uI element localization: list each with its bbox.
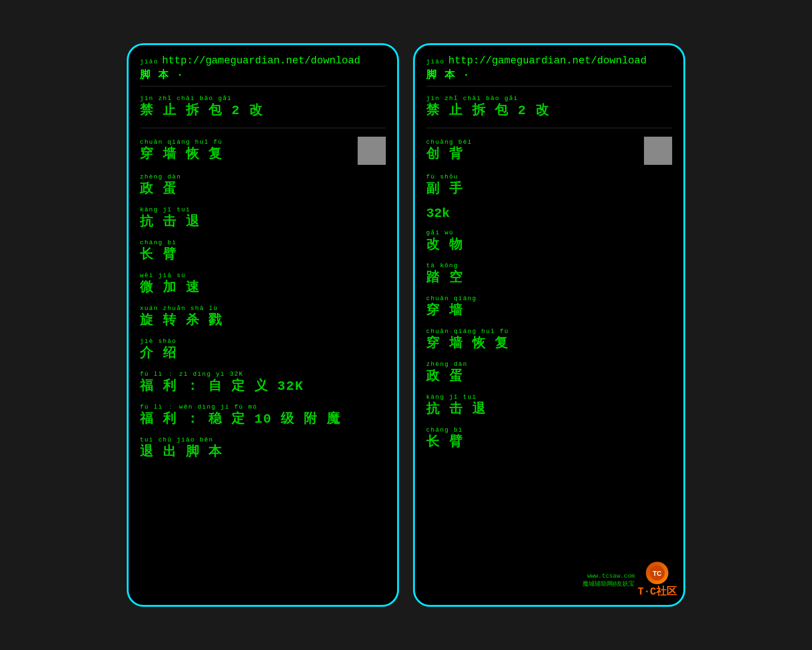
phone1-item-3: cháng bì 长 臂 (140, 239, 386, 263)
phone2-header-line2: 脚 本 · (426, 69, 672, 83)
phone1-header-line2: 脚 本 · (140, 69, 386, 83)
phone-2: jiāo http://gameguardian.net/download 脚 … (413, 43, 685, 607)
phone2-url: http://gameguardian.net/download (448, 54, 646, 68)
phone1-item-0: chuān qiáng huī fù 穿 墙 恢 复 (140, 137, 386, 165)
phone2-item-3: gǎi wù 改 物 (426, 229, 672, 254)
phone1-item-4-pinyin: wēi jiā sù (140, 272, 386, 279)
phone1-item-7-pinyin: fú lì ： zì dìng yì 32K (140, 371, 386, 378)
phone2-item-4: tà kōng 踏 空 (426, 262, 672, 286)
phone2-item-8-pinyin: kàng jī tuì (426, 394, 672, 401)
tc-watermark-badge: www.tcsaw.com 魔城辅助网@友妖宝 TC T·C社区 (582, 562, 677, 598)
phone2-item-1-chinese[interactable]: 副 手 (426, 181, 672, 198)
phone1-item-8-pinyin: fú lì ： wěn dìng jí fù mó (140, 403, 386, 411)
phone2-item-9-chinese[interactable]: 长 臂 (426, 434, 672, 451)
phone2-item-0-chinese: 创 背 (426, 146, 472, 163)
phone1-item-2: kàng jī tuì 抗 击 退 (140, 206, 386, 231)
phone2-item-2: 32k (426, 206, 672, 221)
phone2-title-section: jìn zhǐ chāi bāo gǎi 禁 止 拆 包 2 改 (426, 95, 672, 119)
phone1-item-3-chinese[interactable]: 长 臂 (140, 247, 386, 263)
phone2-title-pinyin: jìn zhǐ chāi bāo gǎi (426, 95, 672, 102)
phone2-item-6-chinese[interactable]: 穿 墙 恢 复 (426, 335, 672, 352)
phone2-item-8-chinese[interactable]: 抗 击 退 (426, 401, 672, 418)
phone2-header-pinyin-jiao: jiāo (426, 58, 444, 66)
phone2-item-0-pinyin: chuāng bèi (426, 139, 472, 146)
phone2-size-label: 32k (426, 206, 672, 221)
phone1-item-6-pinyin: jiè shào (140, 338, 386, 345)
phone1-item-5-pinyin: xuán zhuǎn shā lù (140, 305, 386, 312)
phone1-title-pinyin: jìn zhǐ chāi bāo gǎi (140, 95, 386, 102)
phone1-item-6: jiè shào 介 绍 (140, 338, 386, 362)
phone1-title-section: jìn zhǐ chāi bāo gǎi 禁 止 拆 包 2 改 (140, 95, 386, 119)
phone1-item-1: zhèng dàn 政 蛋 (140, 173, 386, 198)
phone1-item-4: wēi jiā sù 微 加 速 (140, 272, 386, 296)
phone1-item-8-chinese[interactable]: 福 利 ： 稳 定 10 级 附 魔 (140, 411, 386, 428)
phone1-item-8: fú lì ： wěn dìng jí fù mó 福 利 ： 稳 定 10 级… (140, 403, 386, 428)
phone1-item-3-pinyin: cháng bì (140, 239, 386, 247)
phone2-item-1-pinyin: fù shǒu (426, 173, 672, 181)
phone1-item-5-chinese[interactable]: 旋 转 杀 戮 (140, 312, 386, 329)
phone2-item-7-pinyin: zhèng dàn (426, 361, 672, 368)
phone2-divider2 (426, 128, 672, 128)
phone2-item-8: kàng jī tuì 抗 击 退 (426, 394, 672, 418)
phone2-item-4-chinese[interactable]: 踏 空 (426, 270, 672, 286)
phone2-header: jiāo http://gameguardian.net/download 脚 … (426, 54, 672, 82)
main-container: jiāo http://gameguardian.net/download 脚 … (127, 43, 685, 607)
phone1-item-0-toggle[interactable] (358, 137, 386, 165)
phone1-item-9: tuì chū jiào běn 退 出 脚 本 (140, 436, 386, 461)
phone2-divider (426, 86, 672, 86)
phone1-item-2-pinyin: kàng jī tuì (140, 206, 386, 214)
phone2-item-3-pinyin: gǎi wù (426, 229, 672, 237)
phone2-item-9: cháng bì 长 臂 (426, 426, 672, 451)
phone1-item-0-chinese: 穿 墙 恢 复 (140, 146, 222, 163)
tc-label: T·C社区 (637, 584, 677, 598)
phone2-item-7: zhèng dàn 政 蛋 (426, 361, 672, 385)
phone2-item-6: chuān qiáng huī fù 穿 墙 恢 复 (426, 328, 672, 352)
phone2-item-0-text: chuāng bèi 创 背 (426, 139, 472, 163)
phone1-item-0-pinyin: chuān qiáng huī fù (140, 139, 222, 146)
phone1-url: http://gameguardian.net/download (162, 54, 360, 68)
phone1-item-9-pinyin: tuì chū jiào běn (140, 436, 386, 444)
phone2-item-1: fù shǒu 副 手 (426, 173, 672, 198)
phone1-divider2 (140, 128, 386, 128)
phone1-header: jiāo http://gameguardian.net/download 脚 … (140, 54, 386, 82)
phone2-item-5: chuān qiáng 穿 墙 (426, 295, 672, 319)
phone1-header-pinyin-jiao: jiāo (140, 58, 158, 66)
phone1-item-7: fú lì ： zì dìng yì 32K 福 利 ： 自 定 义 32K (140, 371, 386, 395)
phone2-item-5-chinese[interactable]: 穿 墙 (426, 302, 672, 319)
phone2-item-3-chinese[interactable]: 改 物 (426, 237, 672, 254)
phone1-item-7-chinese[interactable]: 福 利 ： 自 定 义 32K (140, 378, 386, 395)
watermark-label: 魔城辅助网@友妖宝 (582, 580, 635, 588)
phone1-item-5: xuán zhuǎn shā lù 旋 转 杀 戮 (140, 305, 386, 329)
phone1-item-1-chinese[interactable]: 政 蛋 (140, 181, 386, 198)
watermark-site: www.tcsaw.com (587, 573, 635, 580)
phone1-item-9-chinese[interactable]: 退 出 脚 本 (140, 444, 386, 461)
phone2-item-0-toggle[interactable] (644, 137, 672, 165)
phone2-title-chinese: 禁 止 拆 包 2 改 (426, 102, 672, 119)
tc-icon: TC (646, 562, 668, 584)
phone1-item-1-pinyin: zhèng dàn (140, 173, 386, 181)
phone1-item-4-chinese[interactable]: 微 加 速 (140, 279, 386, 296)
phone-1: jiāo http://gameguardian.net/download 脚 … (127, 43, 399, 607)
phone1-item-6-chinese[interactable]: 介 绍 (140, 345, 386, 362)
phone1-title-chinese: 禁 止 拆 包 2 改 (140, 102, 386, 119)
phone1-item-2-chinese[interactable]: 抗 击 退 (140, 214, 386, 231)
phone2-item-9-pinyin: cháng bì (426, 426, 672, 434)
phone2-item-0: chuāng bèi 创 背 (426, 137, 672, 165)
phone1-divider (140, 86, 386, 86)
phone1-item-0-text: chuān qiáng huī fù 穿 墙 恢 复 (140, 139, 222, 163)
phone2-item-6-pinyin: chuān qiáng huī fù (426, 328, 672, 335)
phone2-item-7-chinese[interactable]: 政 蛋 (426, 368, 672, 385)
phone2-item-5-pinyin: chuān qiáng (426, 295, 672, 302)
phone2-item-4-pinyin: tà kōng (426, 262, 672, 270)
svg-text:TC: TC (653, 570, 662, 577)
